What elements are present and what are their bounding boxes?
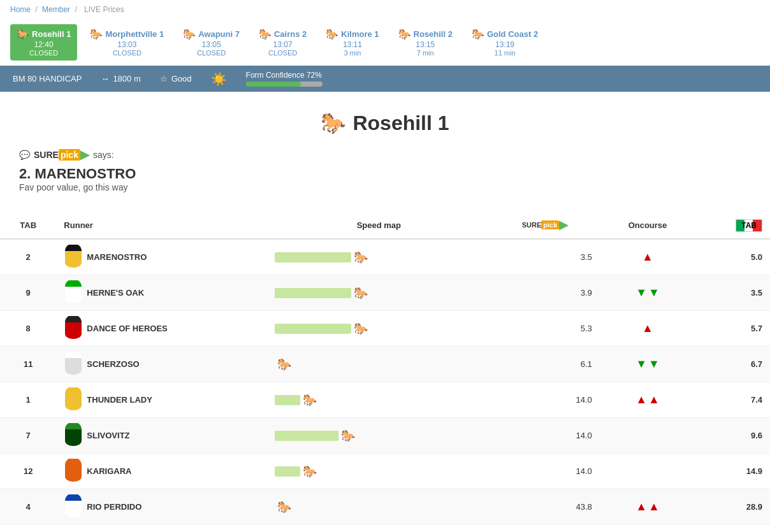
table-row: 1 THUNDER LADY 🐎 14.0 ▲▲ 7.4 — [0, 382, 770, 418]
runner-name: SCHERZOSO — [87, 359, 139, 369]
surepick-description: Fav poor value, go this way — [19, 182, 751, 192]
info-bar: BM 80 HANDICAP ↔ 1800 m ☆ Good ☀️ Form C… — [0, 66, 770, 92]
arrow-up-icon: ▲ — [648, 393, 660, 406]
runner-name: THUNDER LADY — [87, 395, 152, 405]
race-tab-morphettville1[interactable]: 🐎 Morphettville 1 13:03 CLOSED — [84, 24, 170, 61]
table-row: 12 KARIGARA 🐎 14.0 14.9 — [0, 454, 770, 489]
runner-tab-number: 12 — [0, 454, 56, 489]
oncourse-arrows: ▲▲ — [600, 382, 695, 418]
table-row: 9 HERNE'S OAK 🐎 3.9 ▼▼ 3.5 — [0, 275, 770, 311]
arrow-up-icon: ▲ — [642, 322, 653, 335]
tab-odds: 6.7 — [695, 347, 770, 382]
race-tab-cairns2[interactable]: 🐎 Cairns 2 13:07 CLOSED — [252, 24, 313, 61]
oncourse-arrows — [600, 454, 695, 489]
runner-tab-number: 7 — [0, 418, 56, 454]
tab-odds: 7.4 — [695, 382, 770, 418]
surepick-pick: 2. MARENOSTRO — [19, 166, 751, 182]
col-runner: Runner — [56, 212, 267, 239]
race-tab-rosehill2[interactable]: 🐎 Rosehill 2 13:15 7 min — [392, 24, 459, 61]
race-tab-kilmore1[interactable]: 🐎 Kilmore 1 13:11 3 min — [319, 24, 385, 61]
runner-name: SLIVOVITZ — [87, 431, 129, 440]
surepick-odds: 6.1 — [490, 347, 599, 382]
table-row: 7 SLIVOVITZ 🐎 14.0 9.6 — [0, 418, 770, 454]
race-tab-goldcoast2[interactable]: 🐎 Gold Coast 2 13:19 11 min — [465, 24, 544, 61]
runner-tab-number: 11 — [0, 347, 56, 382]
race-type: BM 80 HANDICAP — [13, 74, 82, 83]
runner-info: KARIGARA — [56, 454, 267, 489]
arrow-down-icon: ▼ — [648, 286, 660, 299]
runner-silk — [64, 352, 83, 377]
runner-name: HERNE'S OAK — [87, 288, 144, 298]
race-horse-icon: 🐎 — [321, 111, 346, 135]
speed-map-cell: 🐎 — [267, 454, 490, 489]
runner-tab-number: 4 — [0, 489, 56, 525]
table-row: 8 DANCE OF HEROES 🐎 5.3 ▲ 5.7 — [0, 311, 770, 347]
runner-silk — [64, 280, 83, 305]
breadcrumb-home[interactable]: Home — [10, 5, 31, 14]
oncourse-arrows: ▼▼ — [600, 347, 695, 382]
runner-name: KARIGARA — [87, 466, 131, 476]
breadcrumb: Home / Member / LIVE Prices — [0, 0, 770, 19]
runner-info: DANCE OF HEROES — [56, 311, 267, 347]
speed-map-cell: 🐎 — [267, 418, 490, 454]
runner-info: SLIVOVITZ — [56, 418, 267, 454]
runner-name: MARENOSTRO — [87, 252, 147, 262]
tab-odds: 14.9 — [695, 454, 770, 489]
speed-map-cell: 🐎 — [267, 382, 490, 418]
runner-silk — [64, 459, 83, 484]
runner-tab-number: 8 — [0, 311, 56, 347]
speed-map-cell: 🐎 — [267, 347, 490, 382]
chat-icon: 💬 — [19, 150, 30, 160]
race-distance: ↔ 1800 m — [101, 74, 140, 83]
runner-info: THUNDER LADY — [56, 382, 267, 418]
weather-icon: ☀️ — [211, 71, 227, 87]
confidence-bar — [246, 82, 323, 87]
surepick-odds: 3.5 — [490, 239, 599, 275]
oncourse-arrows: ▲▲ — [600, 489, 695, 525]
runner-info: HERNE'S OAK — [56, 275, 267, 311]
race-tab-rosehill1[interactable]: 🐎 Rosehill 1 12:40 CLOSED — [10, 24, 77, 61]
svg-point-8 — [65, 329, 82, 339]
col-surepick-header: SUREpick▶ — [490, 212, 599, 239]
surepick-odds: 3.9 — [490, 275, 599, 311]
svg-point-11 — [65, 364, 82, 375]
surepick-odds: 14.0 — [490, 454, 599, 489]
runners-table: TAB Runner Speed map SUREpick▶ Oncourse … — [0, 212, 770, 525]
runner-info: MARENOSTRO — [56, 239, 267, 275]
runner-silk — [64, 387, 83, 412]
oncourse-arrows — [600, 418, 695, 454]
runner-tab-number: 2 — [0, 239, 56, 275]
tab-odds: 9.6 — [695, 418, 770, 454]
arrow-up-icon: ▲ — [636, 500, 647, 514]
breadcrumb-member[interactable]: Member — [42, 5, 70, 14]
oncourse-arrows: ▲ — [600, 311, 695, 347]
runner-info: RIO PERDIDO — [56, 489, 267, 525]
table-row: 2 MARENOSTRO 🐎 3.5 ▲ 5.0 — [0, 239, 770, 275]
form-confidence: Form Confidence 72% — [246, 71, 323, 87]
runner-silk — [64, 316, 83, 341]
race-condition: ☆ Good — [160, 74, 192, 83]
col-tab: TAB — [0, 212, 56, 239]
arrow-up-icon: ▲ — [648, 500, 660, 514]
arrow-down-icon: ▼ — [648, 357, 660, 371]
tab-odds: 5.7 — [695, 311, 770, 347]
arrow-down-icon: ▼ — [636, 286, 647, 299]
svg-point-5 — [65, 293, 82, 303]
runner-silk — [64, 423, 83, 448]
surepick-logo: SUREpick▶ — [34, 148, 89, 162]
runner-tab-number: 1 — [0, 382, 56, 418]
runner-silk — [64, 245, 83, 270]
surepick-odds: 5.3 — [490, 311, 599, 347]
arrow-up-icon: ▲ — [642, 250, 653, 264]
table-row: 4 RIO PERDIDO 🐎 43.8 ▲▲ 28.9 — [0, 489, 770, 525]
runner-silk — [64, 494, 83, 519]
race-tab-awapuni7[interactable]: 🐎 Awapuni 7 13:05 CLOSED — [177, 24, 246, 61]
table-row: 11 SCHERZOSO 🐎 6.1 ▼▼ 6.7 — [0, 347, 770, 382]
race-title: Rosehill 1 — [352, 111, 449, 135]
runner-name: DANCE OF HEROES — [87, 324, 167, 333]
surepick-odds: 43.8 — [490, 489, 599, 525]
speed-map-cell: 🐎 — [267, 489, 490, 525]
svg-point-17 — [65, 436, 82, 446]
runner-tab-number: 9 — [0, 275, 56, 311]
surepick-odds: 14.0 — [490, 418, 599, 454]
